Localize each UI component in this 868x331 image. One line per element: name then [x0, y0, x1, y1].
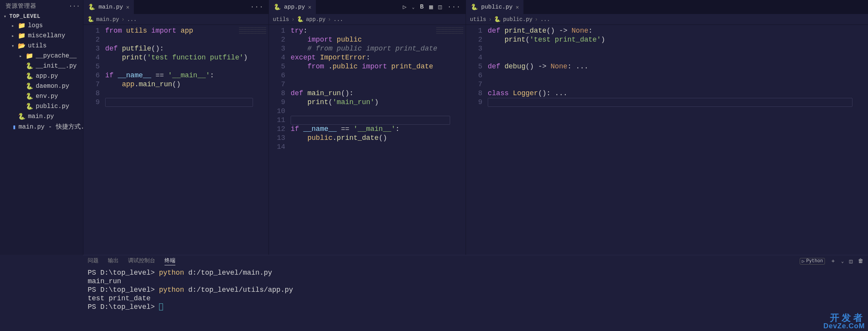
python-icon: 🐍 — [26, 62, 33, 70]
panel: 问题输出调试控制台终端 ▷ Python ＋ ⌄ ◫ 🗑 PS D:\top_l… — [83, 255, 868, 331]
split-editor-icon[interactable]: ◫ — [438, 3, 442, 11]
python-icon: 🐍 — [26, 82, 33, 90]
breadcrumb-item[interactable]: ... — [333, 16, 343, 23]
breadcrumb-item[interactable]: main.py — [96, 16, 119, 23]
tree-item-label: main.py — [28, 113, 54, 120]
tree-item[interactable]: 🐍__init__.py — [2, 61, 83, 71]
breadcrumb[interactable]: utils›🐍 public.py›... — [466, 14, 868, 25]
tree-item-label: utils — [28, 42, 47, 49]
python-icon: 🐍 — [471, 3, 478, 11]
breadcrumb-item[interactable]: utils — [470, 16, 486, 23]
editor-group-3: 🐍 public.py ✕ utils›🐍 public.py›... 1234… — [466, 0, 868, 255]
tree-item-label: env.py — [36, 93, 58, 100]
save-all-icon[interactable]: ▦ — [429, 3, 433, 11]
tree-item[interactable]: 🐍public.py — [2, 101, 83, 111]
project-name: TOP_LEVEL — [9, 13, 40, 19]
breadcrumb[interactable]: utils›🐍 app.py›... — [269, 14, 466, 25]
chevron-right-icon: ▸ — [10, 23, 16, 29]
tree-item[interactable]: ▮main.py - 快捷方式.lnk — [2, 122, 83, 132]
python-icon: 🐍 — [26, 72, 33, 80]
terminal[interactable]: PS D:\top_level> python d:/top_level/mai… — [83, 267, 868, 331]
tree-item[interactable]: ▸📁__pycache__ — [2, 51, 83, 61]
breadcrumb-separator-icon: › — [535, 16, 538, 23]
new-terminal-icon[interactable]: ＋ — [830, 258, 836, 265]
python-icon: 🐍 — [26, 92, 33, 100]
breadcrumb-item[interactable]: public.py — [503, 16, 532, 23]
tree-item-label: logs — [28, 22, 43, 29]
breadcrumb-separator-icon: › — [328, 16, 331, 23]
tree-item[interactable]: ▸📁logs — [2, 21, 83, 31]
python-icon: 🐍 — [494, 16, 501, 23]
file-tree: ▸📁logs▸📁miscellany▾📂utils▸📁__pycache__🐍_… — [0, 21, 83, 132]
terminal-icon: ▷ — [802, 258, 804, 264]
breadcrumb-item[interactable]: ... — [127, 16, 137, 23]
python-icon: 🐍 — [297, 16, 303, 23]
tree-item[interactable]: ▾📂utils — [2, 41, 83, 51]
bold-icon[interactable]: B — [420, 3, 424, 10]
trash-icon[interactable]: 🗑 — [858, 258, 863, 264]
close-icon[interactable]: ✕ — [308, 4, 311, 10]
tree-item[interactable]: 🐍env.py — [2, 91, 83, 101]
shell-label: Python — [806, 258, 823, 264]
panel-tab[interactable]: 终端 — [165, 257, 175, 265]
breadcrumb-item[interactable]: utils — [273, 16, 289, 23]
chevron-down-icon[interactable]: ⌄ — [841, 259, 844, 264]
python-icon: 🐍 — [274, 3, 281, 11]
tree-item-label: __init__.py — [36, 63, 77, 70]
terminal-cursor — [159, 303, 163, 310]
close-icon[interactable]: ✕ — [516, 4, 519, 10]
tab-public-py[interactable]: 🐍 public.py ✕ — [466, 0, 524, 14]
python-icon: 🐍 — [87, 16, 94, 23]
folder-icon: 📁 — [18, 32, 26, 40]
tree-item-label: app.py — [36, 73, 58, 80]
folder-icon: 📁 — [26, 52, 33, 60]
editor-more-icon[interactable]: ··· — [447, 3, 461, 10]
close-icon[interactable]: ✕ — [126, 4, 129, 10]
file-icon: ▮ — [12, 123, 16, 131]
panel-tab[interactable]: 问题 — [88, 257, 99, 265]
code-editor[interactable]: 123456789 def print_date() -> None: prin… — [466, 25, 868, 255]
tree-item[interactable]: ▸📁miscellany — [2, 31, 83, 41]
panel-tab[interactable]: 调试控制台 — [128, 257, 155, 265]
breadcrumb-separator-icon: › — [489, 16, 492, 23]
tree-item[interactable]: 🐍daemon.py — [2, 81, 83, 91]
tab-app-py[interactable]: 🐍 app.py ✕ — [269, 0, 316, 14]
explorer-more-icon[interactable]: ··· — [69, 3, 80, 10]
breadcrumb-item[interactable]: app.py — [306, 16, 325, 23]
tree-item-label: __pycache__ — [36, 52, 77, 59]
python-icon: 🐍 — [88, 3, 95, 11]
tree-item[interactable]: 🐍app.py — [2, 71, 83, 81]
tree-item-label: miscellany — [28, 32, 65, 39]
minimap[interactable] — [436, 27, 463, 37]
chevron-down-icon[interactable]: ⌄ — [412, 5, 415, 10]
tree-item[interactable]: 🐍main.py — [2, 111, 83, 122]
python-icon: 🐍 — [18, 113, 26, 120]
editor-group-1: 🐍 main.py ✕ ··· 🐍 main.py›... 123456789 … — [83, 0, 269, 255]
chevron-down-icon: ▾ — [2, 14, 8, 19]
tab-label: main.py — [99, 4, 123, 10]
split-terminal-icon[interactable]: ◫ — [849, 258, 852, 265]
editor-group-2: 🐍 app.py ✕ ▷ ⌄ B ▦ ◫ ··· utils›🐍 app.py›… — [269, 0, 466, 255]
terminal-shell-selector[interactable]: ▷ Python — [800, 258, 825, 265]
panel-tab[interactable]: 输出 — [108, 257, 119, 265]
editor-more-icon[interactable]: ··· — [250, 3, 264, 10]
chevron-right-icon: ▸ — [18, 53, 23, 59]
run-icon[interactable]: ▷ — [403, 3, 407, 11]
breadcrumb-separator-icon: › — [291, 16, 295, 23]
chevron-down-icon: ▾ — [10, 43, 16, 49]
code-editor[interactable]: 1234567891011121314 try: import public #… — [269, 25, 466, 255]
minimap[interactable] — [239, 27, 266, 37]
project-root[interactable]: ▾ TOP_LEVEL — [0, 12, 83, 21]
breadcrumb-separator-icon: › — [121, 16, 125, 23]
chevron-right-icon: ▸ — [10, 33, 16, 39]
breadcrumb[interactable]: 🐍 main.py›... — [83, 14, 269, 25]
tab-label: app.py — [284, 4, 305, 10]
explorer-title: 资源管理器 — [5, 2, 36, 10]
explorer-sidebar: 资源管理器 ··· ▾ TOP_LEVEL ▸📁logs▸📁miscellany… — [0, 0, 83, 255]
breadcrumb-item[interactable]: ... — [540, 16, 550, 23]
tree-item-label: daemon.py — [36, 83, 69, 90]
code-editor[interactable]: 123456789 from utils import appdef putfi… — [83, 25, 269, 255]
tab-main-py[interactable]: 🐍 main.py ✕ — [83, 0, 134, 14]
python-icon: 🐍 — [26, 103, 33, 110]
tab-label: public.py — [481, 4, 513, 10]
